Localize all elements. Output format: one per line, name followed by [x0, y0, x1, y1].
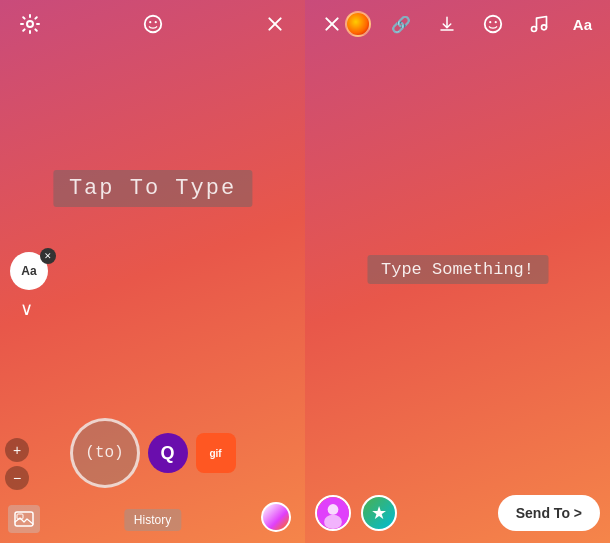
right-top-bar: 🔗: [305, 0, 610, 48]
sticker-area: (to) Q gif: [70, 418, 236, 488]
avatar-group: ★: [315, 495, 397, 531]
left-top-bar: [0, 0, 305, 48]
svg-point-3: [154, 21, 156, 23]
svg-point-9: [531, 27, 536, 32]
zoom-out-button[interactable]: −: [5, 466, 29, 490]
history-button[interactable]: History: [124, 509, 181, 531]
right-toolbar: 🔗: [345, 8, 596, 40]
right-panel: 🔗: [305, 0, 610, 543]
text-aa-button[interactable]: Aa: [569, 8, 596, 40]
svg-point-2: [149, 21, 151, 23]
sticker-to[interactable]: (to): [70, 418, 140, 488]
close-icon-left[interactable]: [259, 8, 291, 40]
close-icon-right[interactable]: [319, 8, 345, 40]
color-dot[interactable]: [345, 11, 371, 37]
type-something-text[interactable]: Type Something!: [367, 255, 548, 284]
svg-point-13: [324, 515, 342, 529]
svg-point-12: [328, 504, 339, 515]
zoom-in-button[interactable]: +: [5, 438, 29, 462]
svg-point-6: [485, 16, 502, 33]
music-icon[interactable]: [523, 8, 555, 40]
svg-point-7: [489, 21, 491, 23]
tap-to-type-text[interactable]: Tap To Type: [53, 170, 252, 207]
svg-point-8: [494, 21, 496, 23]
bottom-bar-right: ★ Send To >: [305, 483, 610, 543]
chevron-down-icon[interactable]: ∨: [20, 298, 33, 320]
send-to-button[interactable]: Send To >: [498, 495, 600, 531]
sticker-icon-left[interactable]: [137, 8, 169, 40]
sticker-gif[interactable]: gif: [196, 433, 236, 473]
gallery-icon[interactable]: [8, 505, 40, 533]
left-panel: Tap To Type Aa ✕ ∨ + − (to) Q gif Histor…: [0, 0, 305, 543]
svg-point-10: [541, 25, 546, 30]
settings-icon[interactable]: [14, 8, 46, 40]
aa-close-btn[interactable]: ✕: [40, 248, 56, 264]
download-icon[interactable]: [431, 8, 463, 40]
avatar-star: ★: [361, 495, 397, 531]
avatar-user: [315, 495, 351, 531]
svg-point-0: [27, 21, 33, 27]
svg-point-1: [144, 16, 161, 33]
aa-label: Aa: [21, 264, 36, 278]
link-icon[interactable]: 🔗: [385, 8, 417, 40]
sticker-icon-right[interactable]: [477, 8, 509, 40]
color-picker[interactable]: [261, 502, 291, 532]
sticker-q[interactable]: Q: [148, 433, 188, 473]
